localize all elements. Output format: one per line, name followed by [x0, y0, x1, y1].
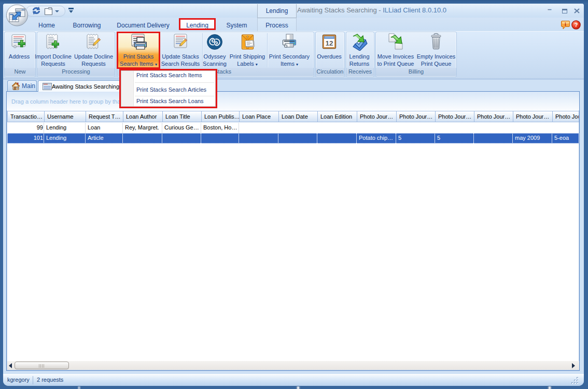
svg-text:i: i [565, 21, 566, 27]
svg-text:?: ? [575, 22, 578, 28]
svg-text:12: 12 [325, 39, 333, 47]
